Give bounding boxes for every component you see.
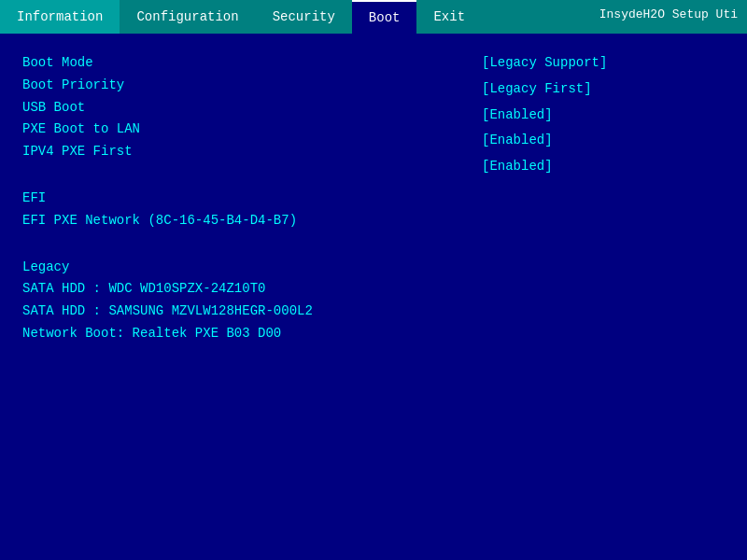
ipv4-label: IPV4 PXE First	[22, 141, 209, 163]
usb-boot-row: USB Boot	[22, 97, 482, 119]
network-boot-row: Network Boot: Realtek PXE B03 D00	[22, 323, 482, 345]
efi-pxe-row: EFI PXE Network (8C-16-45-B4-D4-B7)	[22, 210, 482, 232]
ipv4-row: IPV4 PXE First	[22, 141, 482, 163]
boot-priority-value: [Legacy First]	[482, 78, 725, 101]
boot-mode-row: Boot Mode	[22, 52, 482, 75]
network-boot-label: Network Boot: Realtek PXE B03 D00	[22, 323, 281, 345]
main-content-area: Boot Mode Boot Priority USB Boot PXE Boo…	[0, 34, 747, 560]
right-panel: [Legacy Support] [Legacy First] [Enabled…	[482, 52, 725, 541]
legacy-header: Legacy	[22, 257, 209, 279]
nav-item-information[interactable]: Information	[0, 0, 120, 34]
efi-header: EFI	[22, 188, 209, 210]
pxe-boot-label: PXE Boot to LAN	[22, 119, 209, 141]
sata-hdd1-label: SATA HDD : WDC WD10SPZX-24Z10T0	[22, 278, 265, 301]
pxe-boot-row: PXE Boot to LAN	[22, 119, 482, 141]
spacer1	[22, 163, 482, 176]
left-panel: Boot Mode Boot Priority USB Boot PXE Boo…	[22, 52, 482, 541]
usb-boot-label: USB Boot	[22, 97, 209, 119]
boot-priority-row: Boot Priority	[22, 75, 482, 97]
nav-item-security[interactable]: Security	[256, 0, 352, 34]
top-navigation-bar: Information Configuration Security Boot …	[0, 0, 747, 34]
pxe-boot-value: [Enabled]	[482, 130, 725, 152]
spacer2	[22, 232, 482, 245]
boot-mode-label: Boot Mode	[22, 52, 209, 75]
sata-hdd2-label: SATA HDD : SAMSUNG MZVLW128HEGR-000L2	[22, 301, 313, 323]
boot-priority-label: Boot Priority	[22, 75, 209, 97]
nav-item-boot[interactable]: Boot	[352, 0, 417, 34]
efi-header-row: EFI	[22, 176, 482, 210]
nav-item-exit[interactable]: Exit	[416, 0, 482, 34]
bios-brand: InsydeH2O Setup Uti	[590, 0, 747, 29]
efi-pxe-label: EFI PXE Network (8C-16-45-B4-D4-B7)	[22, 210, 297, 232]
nav-item-configuration[interactable]: Configuration	[120, 0, 255, 34]
sata-hdd1-row: SATA HDD : WDC WD10SPZX-24Z10T0	[22, 278, 482, 301]
legacy-header-row: Legacy	[22, 245, 482, 279]
usb-boot-value: [Enabled]	[482, 105, 725, 127]
ipv4-value: [Enabled]	[482, 156, 725, 178]
boot-mode-value: [Legacy Support]	[482, 52, 725, 75]
sata-hdd2-row: SATA HDD : SAMSUNG MZVLW128HEGR-000L2	[22, 301, 482, 323]
